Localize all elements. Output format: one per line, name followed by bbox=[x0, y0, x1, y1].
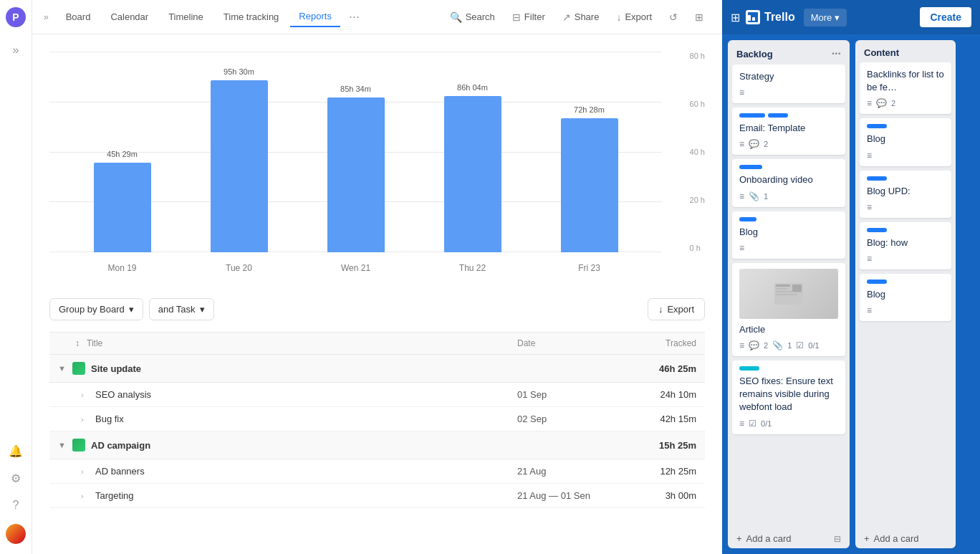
settings-icon[interactable]: ⚙ bbox=[7, 469, 24, 487]
trello-columns: Backlog ··· Strategy ≡ Email: bbox=[722, 34, 980, 554]
filter-icon: ⊟ bbox=[512, 11, 521, 23]
group-icon-site-update bbox=[72, 362, 85, 375]
task-row-bug-fix: › Bug fix 02 Sep 42h 15m bbox=[49, 407, 705, 431]
search-button[interactable]: 🔍 Search bbox=[443, 8, 502, 27]
card-blog-how[interactable]: Blog: how ≡ bbox=[860, 222, 951, 269]
layout-button[interactable]: ⊞ bbox=[688, 8, 711, 27]
backlog-menu-icon[interactable]: ··· bbox=[832, 47, 841, 60]
nav-item-timeline[interactable]: Timeline bbox=[160, 7, 212, 27]
card-meta-blog-how: ≡ bbox=[867, 254, 944, 264]
card-check-count-seo-fixes: 0/1 bbox=[761, 419, 772, 428]
bell-icon[interactable]: 🔔 bbox=[7, 442, 24, 459]
group-row-site-update[interactable]: ▼ Site update 46h 25m bbox=[49, 355, 705, 383]
card-meta-seo-fixes: ≡ ☑ 0/1 bbox=[739, 419, 838, 429]
avatar[interactable] bbox=[6, 524, 26, 544]
card-blog-1[interactable]: Blog ≡ bbox=[732, 211, 845, 259]
trello-bar-2 bbox=[752, 17, 755, 21]
card-comment-count-backlinks: 2 bbox=[891, 99, 895, 108]
trello-more-chevron: ▾ bbox=[835, 12, 840, 23]
y-label-2: 60 h bbox=[690, 100, 705, 108]
card-blog-content-1[interactable]: Blog ≡ bbox=[860, 118, 951, 166]
trello-more-button[interactable]: More ▾ bbox=[804, 9, 847, 27]
card-seo-fixes[interactable]: SEO fixes: Ensure text remains visible d… bbox=[732, 360, 845, 434]
card-title-blog-5: Blog bbox=[867, 288, 944, 301]
label-cyan-seo bbox=[739, 366, 759, 371]
help-icon[interactable]: ? bbox=[7, 497, 24, 514]
card-meta-article: ≡ 💬 2 📎 1 ☑ 0/1 bbox=[739, 340, 838, 350]
app-logo[interactable]: P bbox=[6, 7, 26, 27]
task-chevron-bug[interactable]: › bbox=[81, 415, 95, 424]
bars-container: 45h 29m95h 30m85h 34m86h 04m72h 28m bbox=[49, 52, 662, 252]
bar-group-3: 86h 04m bbox=[414, 83, 531, 252]
share-button[interactable]: ↗ Share bbox=[555, 8, 607, 27]
card-title-article: Article bbox=[739, 323, 838, 336]
trello-grid-icon[interactable]: ⊞ bbox=[731, 11, 740, 24]
card-title-blog-upd: Blog UPD: bbox=[867, 185, 944, 198]
group-row-ad-campaign[interactable]: ▼ AD campaign 15h 25m bbox=[49, 431, 705, 459]
controls-row: Group by Board ▾ and Task ▾ ↓ Export bbox=[49, 298, 705, 320]
nav-item-time-tracking[interactable]: Time tracking bbox=[215, 7, 288, 27]
card-thumb-inner-article bbox=[739, 269, 838, 319]
sort-icon[interactable]: ↕ bbox=[75, 338, 80, 348]
share-icon: ↗ bbox=[562, 11, 571, 23]
refresh-button[interactable]: ↺ bbox=[662, 8, 685, 27]
x-label-1: Tue 20 bbox=[181, 263, 297, 273]
y-label-5: 0 h bbox=[690, 244, 701, 252]
card-thumb-article bbox=[739, 269, 838, 319]
task-row-ad-banners: › AD banners 21 Aug 12h 25m bbox=[49, 459, 705, 484]
trello-more-label: More bbox=[811, 12, 832, 23]
svg-rect-2 bbox=[776, 288, 787, 290]
add-card-plus-icon: + bbox=[736, 533, 742, 544]
x-labels: Mon 19Tue 20Wen 21Thu 22Fri 23 bbox=[49, 255, 662, 281]
trello-create-button[interactable]: Create bbox=[920, 7, 971, 27]
card-labels-onboarding bbox=[739, 165, 838, 169]
card-blog-5[interactable]: Blog ≡ bbox=[860, 274, 951, 321]
group-by-dropdown[interactable]: Group by Board ▾ bbox=[49, 298, 143, 320]
tracked-header-label: Tracked bbox=[666, 338, 696, 348]
card-labels-blog-how bbox=[867, 228, 944, 232]
trello-label: Trello bbox=[764, 11, 795, 24]
label-blog-5 bbox=[867, 280, 887, 284]
filter-button[interactable]: ⊟ Filter bbox=[505, 8, 552, 27]
card-meta-blog-c1: ≡ bbox=[867, 151, 944, 161]
task-tracked-banners: 12h 25m bbox=[625, 466, 696, 477]
label-blue-blog1 bbox=[739, 217, 756, 221]
add-card-backlog-button[interactable]: + Add a card ⊟ bbox=[728, 529, 850, 548]
task-chevron-seo[interactable]: › bbox=[81, 391, 95, 399]
svg-rect-4 bbox=[776, 294, 797, 295]
nav-item-calendar[interactable]: Calendar bbox=[102, 7, 157, 27]
copy-icon[interactable]: ⊟ bbox=[834, 534, 841, 544]
card-strategy[interactable]: Strategy ≡ bbox=[732, 65, 845, 103]
card-blog-upd[interactable]: Blog UPD: ≡ bbox=[860, 171, 951, 218]
add-card-content-button[interactable]: + Add a card bbox=[855, 529, 956, 548]
bar-label-top-2: 85h 34m bbox=[340, 85, 371, 93]
card-meta-check-article: ☑ bbox=[796, 340, 804, 350]
and-task-dropdown[interactable]: and Task ▾ bbox=[149, 298, 214, 320]
export-label: Export bbox=[667, 304, 694, 315]
export-button[interactable]: ↓ Export bbox=[648, 298, 705, 320]
task-chevron-banners[interactable]: › bbox=[81, 467, 95, 476]
filter-label: Filter bbox=[524, 11, 545, 22]
trello-logo: Trello bbox=[746, 10, 795, 24]
nav-more[interactable]: ··· bbox=[343, 6, 365, 27]
expand-icon[interactable]: » bbox=[7, 42, 24, 59]
export-top-button[interactable]: ↓ Export bbox=[609, 8, 659, 27]
card-onboarding[interactable]: Onboarding video ≡ 📎 1 bbox=[732, 159, 845, 206]
card-article[interactable]: Article ≡ 💬 2 📎 1 ☑ 0/1 bbox=[732, 263, 845, 356]
card-backlinks[interactable]: Backlinks for list to be fe… ≡ 💬 2 bbox=[860, 62, 951, 114]
task-tracked-targeting: 3h 00m bbox=[625, 490, 696, 501]
card-meta-backlinks: ≡ 💬 2 bbox=[867, 98, 944, 108]
card-email-template[interactable]: Email: Template ≡ 💬 2 bbox=[732, 108, 845, 155]
backlog-title: Backlog bbox=[736, 49, 773, 59]
task-chevron-targeting[interactable]: › bbox=[81, 492, 95, 500]
card-meta-text-backlinks: ≡ bbox=[867, 98, 872, 108]
add-card-content-plus: + bbox=[864, 533, 870, 544]
trello-logo-inner bbox=[748, 12, 758, 22]
nav-expand-icon[interactable]: » bbox=[44, 12, 49, 22]
task-name-bug: Bug fix bbox=[95, 414, 517, 424]
card-meta-onboarding: ≡ 📎 1 bbox=[739, 191, 838, 201]
nav-item-reports[interactable]: Reports bbox=[290, 6, 340, 27]
task-date-bug: 02 Sep bbox=[517, 414, 625, 424]
x-label-4: Fri 23 bbox=[531, 263, 648, 273]
nav-item-board[interactable]: Board bbox=[57, 7, 100, 27]
